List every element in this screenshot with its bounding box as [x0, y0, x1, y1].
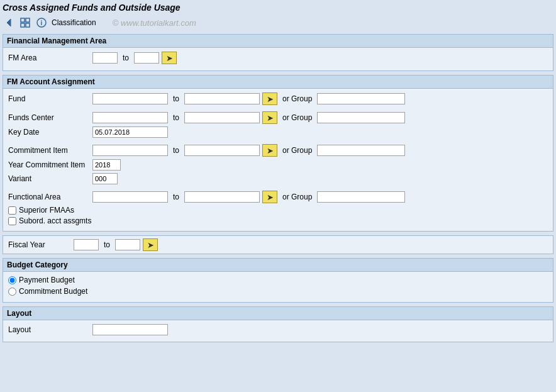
year-commitment-item-row: Year Commitment Item — [8, 159, 548, 171]
watermark: © www.tutorialkart.com — [113, 18, 196, 28]
grid-icon[interactable] — [19, 16, 31, 29]
variant-row: Variant — [8, 173, 548, 184]
year-commitment-item-input[interactable] — [92, 159, 121, 171]
fund-row: Fund to ➤ or Group — [8, 92, 548, 105]
functional-area-from-input[interactable] — [92, 191, 168, 203]
fm-account-assignment-header: FM Account Assignment — [3, 76, 553, 89]
svg-text:i: i — [41, 20, 43, 26]
layout-section: Layout Layout — [3, 306, 553, 342]
superior-fmaas-label: Superior FMAAs — [19, 206, 74, 215]
functional-area-to-label: to — [173, 193, 179, 201]
funds-center-row: Funds Center to ➤ or Group — [8, 111, 548, 124]
layout-header: Layout — [3, 307, 553, 320]
commitment-item-or-group-label: or Group — [282, 146, 312, 155]
payment-budget-row: Payment Budget — [8, 276, 548, 284]
variant-label: Variant — [8, 174, 90, 183]
layout-row: Layout — [8, 324, 548, 335]
fm-area-arrow-btn[interactable]: ➤ — [162, 52, 177, 64]
fiscal-year-section: Fiscal Year to ➤ — [3, 235, 553, 254]
funds-center-to-input[interactable] — [184, 112, 260, 123]
fund-label: Fund — [8, 94, 90, 103]
funds-center-from-input[interactable] — [92, 112, 168, 123]
payment-budget-radio[interactable] — [8, 276, 16, 284]
fm-area-from-input[interactable] — [92, 52, 118, 64]
svg-rect-2 — [26, 18, 30, 22]
commitment-budget-label: Commitment Budget — [19, 287, 87, 296]
functional-area-arrow-btn[interactable]: ➤ — [262, 191, 277, 203]
fund-group-input[interactable] — [317, 93, 405, 104]
fm-area-row: FM Area to ➤ — [8, 52, 548, 64]
commitment-budget-radio[interactable] — [8, 288, 16, 296]
fm-area-to-input[interactable] — [134, 52, 159, 64]
fund-from-input[interactable] — [92, 93, 168, 104]
functional-area-row: Functional Area to ➤ or Group — [8, 191, 548, 203]
year-commitment-item-label: Year Commitment Item — [8, 160, 90, 169]
variant-input[interactable] — [92, 173, 118, 184]
svg-marker-0 — [7, 19, 11, 26]
functional-area-group-input[interactable] — [317, 191, 405, 203]
fm-account-assignment-section: FM Account Assignment Fund to ➤ or Group… — [3, 75, 553, 232]
svg-rect-1 — [21, 18, 25, 22]
toolbar: i Classification © www.tutorialkart.com — [3, 16, 553, 29]
page-title: Cross Assigned Funds and Outside Usage — [3, 3, 553, 13]
commitment-item-arrow-btn[interactable]: ➤ — [262, 144, 277, 157]
fund-to-label: to — [173, 94, 179, 103]
fund-to-input[interactable] — [184, 93, 260, 104]
subord-acct-label: Subord. acct assgmts — [19, 216, 91, 225]
funds-center-to-label: to — [173, 113, 179, 122]
fund-or-group-label: or Group — [282, 94, 312, 103]
fiscal-year-arrow-btn[interactable]: ➤ — [143, 238, 158, 251]
functional-area-to-input[interactable] — [184, 191, 260, 203]
functional-area-or-group-label: or Group — [282, 193, 312, 201]
fm-area-to-label: to — [123, 53, 129, 62]
fund-arrow-btn[interactable]: ➤ — [262, 92, 277, 105]
svg-rect-3 — [21, 23, 25, 27]
funds-center-label: Funds Center — [8, 113, 90, 122]
subord-acct-checkbox[interactable] — [8, 217, 16, 225]
layout-label: Layout — [8, 325, 90, 334]
layout-input[interactable] — [92, 324, 168, 335]
budget-category-header: Budget Category — [3, 259, 553, 272]
classification-label[interactable]: Classification — [52, 18, 96, 27]
payment-budget-label: Payment Budget — [19, 276, 75, 284]
commitment-item-group-input[interactable] — [317, 145, 405, 156]
superior-fmaas-row: Superior FMAAs — [8, 206, 548, 215]
fiscal-year-from-input[interactable] — [74, 239, 99, 250]
funds-center-group-input[interactable] — [317, 112, 405, 123]
back-icon[interactable] — [3, 16, 15, 29]
key-date-label: Key Date — [8, 128, 90, 137]
info-icon[interactable]: i — [35, 16, 48, 29]
budget-category-section: Budget Category Payment Budget Commitmen… — [3, 258, 553, 303]
fiscal-year-label: Fiscal Year — [8, 240, 71, 249]
functional-area-label: Functional Area — [8, 193, 90, 201]
page-container: Cross Assigned Funds and Outside Usage i… — [0, 0, 556, 392]
key-date-input[interactable] — [92, 126, 168, 138]
fiscal-year-to-label: to — [104, 240, 110, 249]
commitment-budget-row: Commitment Budget — [8, 287, 548, 296]
key-date-row: Key Date — [8, 126, 548, 138]
subord-acct-row: Subord. acct assgmts — [8, 216, 548, 225]
fm-area-label: FM Area — [8, 53, 90, 62]
financial-management-area-section: Financial Management Area FM Area to ➤ — [3, 34, 553, 71]
fiscal-year-to-input[interactable] — [115, 239, 140, 250]
svg-rect-4 — [26, 23, 30, 27]
commitment-item-row: Commitment Item to ➤ or Group — [8, 144, 548, 157]
commitment-item-label: Commitment Item — [8, 146, 90, 155]
funds-center-arrow-btn[interactable]: ➤ — [262, 111, 277, 124]
commitment-item-to-input[interactable] — [184, 145, 260, 156]
financial-management-area-header: Financial Management Area — [3, 35, 553, 48]
commitment-item-to-label: to — [173, 146, 179, 155]
commitment-item-from-input[interactable] — [92, 145, 168, 156]
funds-center-or-group-label: or Group — [282, 113, 312, 122]
superior-fmaas-checkbox[interactable] — [8, 206, 16, 215]
